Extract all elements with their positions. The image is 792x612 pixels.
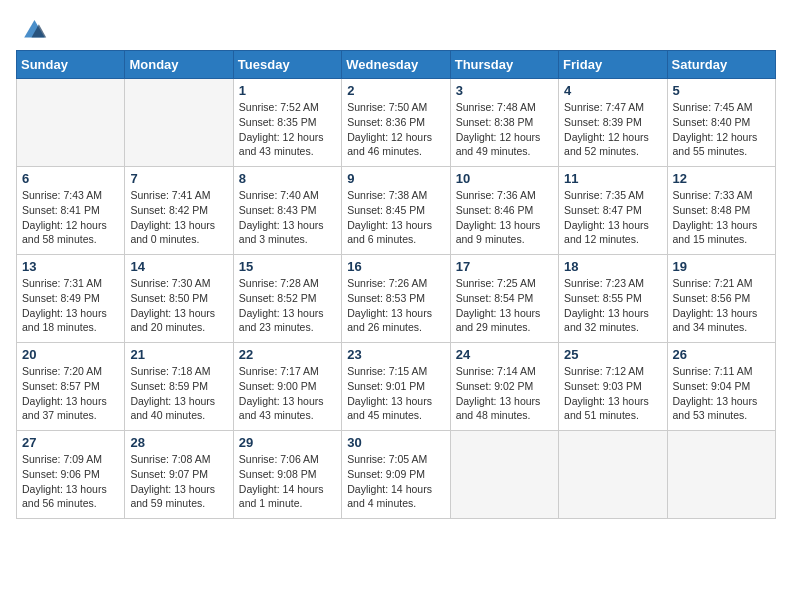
calendar-cell [450,431,558,519]
cell-details: Sunrise: 7:48 AMSunset: 8:38 PMDaylight:… [456,100,553,159]
day-number: 6 [22,171,119,186]
weekday-header-thursday: Thursday [450,51,558,79]
calendar-cell [667,431,775,519]
calendar-cell: 30Sunrise: 7:05 AMSunset: 9:09 PMDayligh… [342,431,450,519]
day-number: 3 [456,83,553,98]
cell-details: Sunrise: 7:14 AMSunset: 9:02 PMDaylight:… [456,364,553,423]
calendar-cell: 14Sunrise: 7:30 AMSunset: 8:50 PMDayligh… [125,255,233,343]
calendar-cell: 7Sunrise: 7:41 AMSunset: 8:42 PMDaylight… [125,167,233,255]
day-number: 14 [130,259,227,274]
day-number: 23 [347,347,444,362]
calendar-cell: 10Sunrise: 7:36 AMSunset: 8:46 PMDayligh… [450,167,558,255]
logo [16,16,48,40]
weekday-header-monday: Monday [125,51,233,79]
day-number: 15 [239,259,336,274]
day-number: 8 [239,171,336,186]
calendar-cell: 6Sunrise: 7:43 AMSunset: 8:41 PMDaylight… [17,167,125,255]
cell-details: Sunrise: 7:06 AMSunset: 9:08 PMDaylight:… [239,452,336,511]
day-number: 28 [130,435,227,450]
cell-details: Sunrise: 7:23 AMSunset: 8:55 PMDaylight:… [564,276,661,335]
day-number: 24 [456,347,553,362]
day-number: 25 [564,347,661,362]
day-number: 10 [456,171,553,186]
cell-details: Sunrise: 7:08 AMSunset: 9:07 PMDaylight:… [130,452,227,511]
day-number: 18 [564,259,661,274]
cell-details: Sunrise: 7:25 AMSunset: 8:54 PMDaylight:… [456,276,553,335]
calendar-cell [559,431,667,519]
calendar-cell: 18Sunrise: 7:23 AMSunset: 8:55 PMDayligh… [559,255,667,343]
calendar-cell: 26Sunrise: 7:11 AMSunset: 9:04 PMDayligh… [667,343,775,431]
calendar-cell: 3Sunrise: 7:48 AMSunset: 8:38 PMDaylight… [450,79,558,167]
cell-details: Sunrise: 7:45 AMSunset: 8:40 PMDaylight:… [673,100,770,159]
calendar-cell: 24Sunrise: 7:14 AMSunset: 9:02 PMDayligh… [450,343,558,431]
day-number: 30 [347,435,444,450]
cell-details: Sunrise: 7:15 AMSunset: 9:01 PMDaylight:… [347,364,444,423]
calendar-cell: 13Sunrise: 7:31 AMSunset: 8:49 PMDayligh… [17,255,125,343]
cell-details: Sunrise: 7:50 AMSunset: 8:36 PMDaylight:… [347,100,444,159]
day-number: 4 [564,83,661,98]
calendar-cell [125,79,233,167]
day-number: 29 [239,435,336,450]
calendar-cell: 25Sunrise: 7:12 AMSunset: 9:03 PMDayligh… [559,343,667,431]
calendar-cell: 16Sunrise: 7:26 AMSunset: 8:53 PMDayligh… [342,255,450,343]
day-number: 27 [22,435,119,450]
week-row-5: 27Sunrise: 7:09 AMSunset: 9:06 PMDayligh… [17,431,776,519]
cell-details: Sunrise: 7:12 AMSunset: 9:03 PMDaylight:… [564,364,661,423]
calendar-cell: 15Sunrise: 7:28 AMSunset: 8:52 PMDayligh… [233,255,341,343]
cell-details: Sunrise: 7:20 AMSunset: 8:57 PMDaylight:… [22,364,119,423]
day-number: 16 [347,259,444,274]
day-number: 21 [130,347,227,362]
cell-details: Sunrise: 7:41 AMSunset: 8:42 PMDaylight:… [130,188,227,247]
calendar-cell: 27Sunrise: 7:09 AMSunset: 9:06 PMDayligh… [17,431,125,519]
calendar-cell: 12Sunrise: 7:33 AMSunset: 8:48 PMDayligh… [667,167,775,255]
day-number: 7 [130,171,227,186]
week-row-1: 1Sunrise: 7:52 AMSunset: 8:35 PMDaylight… [17,79,776,167]
cell-details: Sunrise: 7:05 AMSunset: 9:09 PMDaylight:… [347,452,444,511]
cell-details: Sunrise: 7:38 AMSunset: 8:45 PMDaylight:… [347,188,444,247]
calendar-cell: 28Sunrise: 7:08 AMSunset: 9:07 PMDayligh… [125,431,233,519]
cell-details: Sunrise: 7:31 AMSunset: 8:49 PMDaylight:… [22,276,119,335]
cell-details: Sunrise: 7:40 AMSunset: 8:43 PMDaylight:… [239,188,336,247]
day-number: 5 [673,83,770,98]
day-number: 2 [347,83,444,98]
week-row-4: 20Sunrise: 7:20 AMSunset: 8:57 PMDayligh… [17,343,776,431]
calendar-cell: 5Sunrise: 7:45 AMSunset: 8:40 PMDaylight… [667,79,775,167]
calendar-header: SundayMondayTuesdayWednesdayThursdayFrid… [17,51,776,79]
cell-details: Sunrise: 7:33 AMSunset: 8:48 PMDaylight:… [673,188,770,247]
cell-details: Sunrise: 7:30 AMSunset: 8:50 PMDaylight:… [130,276,227,335]
calendar-cell: 20Sunrise: 7:20 AMSunset: 8:57 PMDayligh… [17,343,125,431]
calendar-body: 1Sunrise: 7:52 AMSunset: 8:35 PMDaylight… [17,79,776,519]
weekday-header-row: SundayMondayTuesdayWednesdayThursdayFrid… [17,51,776,79]
weekday-header-tuesday: Tuesday [233,51,341,79]
calendar-cell: 23Sunrise: 7:15 AMSunset: 9:01 PMDayligh… [342,343,450,431]
weekday-header-sunday: Sunday [17,51,125,79]
calendar-cell: 19Sunrise: 7:21 AMSunset: 8:56 PMDayligh… [667,255,775,343]
week-row-3: 13Sunrise: 7:31 AMSunset: 8:49 PMDayligh… [17,255,776,343]
cell-details: Sunrise: 7:36 AMSunset: 8:46 PMDaylight:… [456,188,553,247]
calendar-cell: 2Sunrise: 7:50 AMSunset: 8:36 PMDaylight… [342,79,450,167]
day-number: 12 [673,171,770,186]
day-number: 22 [239,347,336,362]
calendar-cell [17,79,125,167]
calendar-cell: 4Sunrise: 7:47 AMSunset: 8:39 PMDaylight… [559,79,667,167]
weekday-header-friday: Friday [559,51,667,79]
weekday-header-wednesday: Wednesday [342,51,450,79]
calendar-table: SundayMondayTuesdayWednesdayThursdayFrid… [16,50,776,519]
cell-details: Sunrise: 7:43 AMSunset: 8:41 PMDaylight:… [22,188,119,247]
cell-details: Sunrise: 7:35 AMSunset: 8:47 PMDaylight:… [564,188,661,247]
cell-details: Sunrise: 7:28 AMSunset: 8:52 PMDaylight:… [239,276,336,335]
page-header [16,16,776,40]
cell-details: Sunrise: 7:26 AMSunset: 8:53 PMDaylight:… [347,276,444,335]
calendar-cell: 9Sunrise: 7:38 AMSunset: 8:45 PMDaylight… [342,167,450,255]
day-number: 20 [22,347,119,362]
day-number: 13 [22,259,119,274]
calendar-cell: 8Sunrise: 7:40 AMSunset: 8:43 PMDaylight… [233,167,341,255]
cell-details: Sunrise: 7:47 AMSunset: 8:39 PMDaylight:… [564,100,661,159]
cell-details: Sunrise: 7:11 AMSunset: 9:04 PMDaylight:… [673,364,770,423]
calendar-cell: 1Sunrise: 7:52 AMSunset: 8:35 PMDaylight… [233,79,341,167]
cell-details: Sunrise: 7:17 AMSunset: 9:00 PMDaylight:… [239,364,336,423]
logo-icon [18,17,48,39]
calendar-cell: 29Sunrise: 7:06 AMSunset: 9:08 PMDayligh… [233,431,341,519]
cell-details: Sunrise: 7:09 AMSunset: 9:06 PMDaylight:… [22,452,119,511]
cell-details: Sunrise: 7:21 AMSunset: 8:56 PMDaylight:… [673,276,770,335]
